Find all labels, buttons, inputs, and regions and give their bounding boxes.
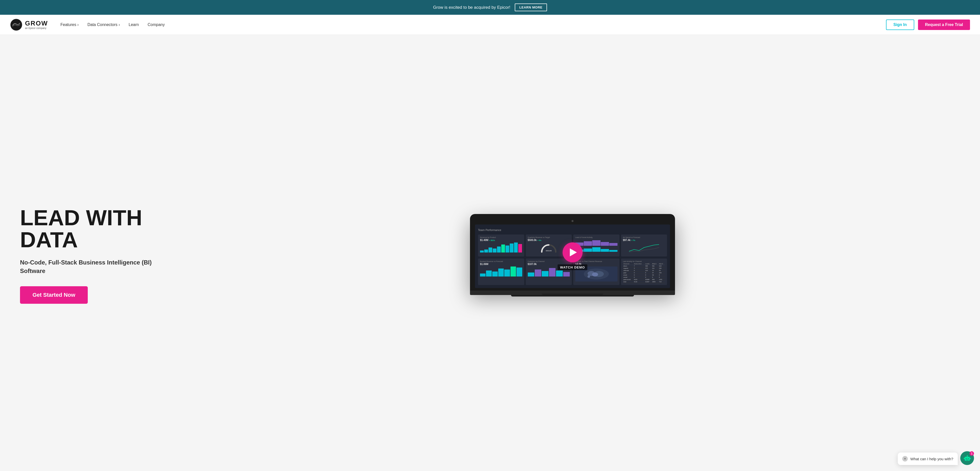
col-channel: Channel xyxy=(623,263,633,265)
free-trial-button[interactable]: Request a Free Trial xyxy=(918,19,970,30)
nav-company[interactable]: Company xyxy=(148,22,164,27)
card-value-4: $97.4k + 7% xyxy=(623,239,665,242)
logo-sub: an Epicor company xyxy=(25,27,48,30)
signin-button[interactable]: Sign In xyxy=(886,19,914,30)
navbar: GROW an Epicor company Features › Data C… xyxy=(0,15,980,35)
logo-name: GROW xyxy=(25,20,48,27)
laptop-screen: Team Performance Revenue by Product $1.4… xyxy=(475,224,670,288)
card-value-1: $1.40M + 391% xyxy=(480,239,522,242)
hero-headline: LEAD WITH DATA xyxy=(20,207,170,251)
bar-chart-1 xyxy=(480,242,522,253)
logo-icon xyxy=(10,19,22,31)
svg-point-9 xyxy=(966,458,967,459)
get-started-button[interactable]: Get Started Now xyxy=(20,286,88,304)
laptop-mockup: Team Performance Revenue by Product $1.4… xyxy=(470,214,675,296)
nav-links: Features › Data Connectors › Learn Compa… xyxy=(60,22,886,27)
chat-close-button[interactable]: ✕ xyxy=(902,456,908,461)
col-subscriber: Subscriber xyxy=(633,263,645,265)
hero-subtext: No-Code, Full-Stack Business Intelligenc… xyxy=(20,258,170,275)
dashboard-card-booked: Booked Revenue vs Forecast $1.06M xyxy=(478,258,524,285)
dashboard-card-adspend: Ad Spend vs Forecast $97.4k + 7% xyxy=(621,234,667,256)
card-title-4: Ad Spend vs Forecast xyxy=(623,237,665,238)
banner-text: Grow is excited to be acquired by Epicor… xyxy=(433,5,510,10)
table-row: paid0047159 xyxy=(623,272,665,274)
svg-point-7 xyxy=(587,275,590,278)
nav-data-connectors[interactable]: Data Connectors › xyxy=(88,22,120,27)
card-title-1: Revenue by Product xyxy=(480,237,522,238)
nav-learn[interactable]: Learn xyxy=(129,22,139,27)
banner-learn-more-button[interactable]: LEARN MORE xyxy=(515,3,547,11)
laptop-body: Team Performance Revenue by Product $1.4… xyxy=(470,214,675,291)
card-title-3: Lead & Funnel Activity xyxy=(575,237,617,238)
booked-chart xyxy=(480,266,522,277)
laptop-base xyxy=(470,291,675,295)
col-sqls: SQLS xyxy=(659,263,665,265)
chat-icon-wrapper: 1 xyxy=(960,451,974,465)
svg-text:$500,000: $500,000 xyxy=(546,250,552,251)
hero-section: LEAD WITH DATA No-Code, Full-Stack Busin… xyxy=(0,35,980,471)
laptop-stand xyxy=(511,295,634,296)
dashboard-card-lastactivity: Last Activity for Channel Channel Subscr… xyxy=(621,258,667,285)
table-row: direct7498591318 xyxy=(623,265,665,267)
play-button[interactable] xyxy=(563,242,582,263)
table-row: organic3215311196 xyxy=(623,267,665,269)
svg-point-6 xyxy=(592,272,598,277)
top-banner: Grow is excited to be acquired by Epicor… xyxy=(0,0,980,15)
table-row: social0000 xyxy=(623,276,665,278)
play-overlay[interactable]: WATCH DEMO xyxy=(557,242,587,270)
card-value-2: $500.0k + 0% xyxy=(528,239,570,242)
card-title-2: Quarterly Revenue vs Target xyxy=(528,237,570,238)
col-leads: Leads xyxy=(645,263,652,265)
svg-rect-14 xyxy=(966,460,969,460)
activity-table: Channel Subscriber Leads MQLS SQLS xyxy=(623,263,665,283)
hero-left: LEAD WITH DATA No-Code, Full-Stack Busin… xyxy=(20,207,170,304)
svg-rect-13 xyxy=(970,458,971,459)
table-row: paid-social4103303088451431 xyxy=(623,278,665,281)
svg-rect-12 xyxy=(964,458,965,459)
chat-bubble-text: What can I help you with? xyxy=(910,457,953,461)
svg-point-10 xyxy=(968,458,969,459)
dashboard-card-revenue: Revenue by Product $1.40M + 391% xyxy=(478,234,524,256)
table-row: total4116310071583719 xyxy=(623,281,665,283)
card-title-8: Last Activity for Channel xyxy=(623,261,665,262)
chat-bot-icon xyxy=(963,454,971,462)
hero-right: Team Performance Revenue by Product $1.4… xyxy=(180,214,965,296)
logo[interactable]: GROW an Epicor company xyxy=(10,19,48,31)
play-triangle-icon xyxy=(570,248,577,256)
nav-features[interactable]: Features › xyxy=(60,22,79,27)
chat-widget: ✕ What can I help you with? 1 xyxy=(898,451,974,465)
card-value-5: $1.06M xyxy=(480,263,522,266)
table-row: email00330 xyxy=(623,274,665,276)
card-title-5: Booked Revenue vs Forecast xyxy=(480,261,522,262)
dashboard-title: Team Performance xyxy=(478,228,667,232)
chat-badge: 1 xyxy=(969,451,974,456)
laptop-camera xyxy=(571,220,573,222)
col-mqls: MQLS xyxy=(652,263,658,265)
nav-actions: Sign In Request a Free Trial xyxy=(886,19,970,30)
logo-text: GROW an Epicor company xyxy=(25,20,48,30)
adspend-chart xyxy=(623,242,665,253)
laptop-camera-bar xyxy=(475,219,670,223)
svg-rect-11 xyxy=(967,455,968,457)
svg-point-0 xyxy=(11,19,22,30)
table-row: referrals01201423 xyxy=(623,269,665,272)
watch-demo-label: WATCH DEMO xyxy=(557,264,587,270)
gauge-svg: $500,000 xyxy=(540,243,557,253)
chat-bubble: ✕ What can I help you with? xyxy=(898,452,958,465)
